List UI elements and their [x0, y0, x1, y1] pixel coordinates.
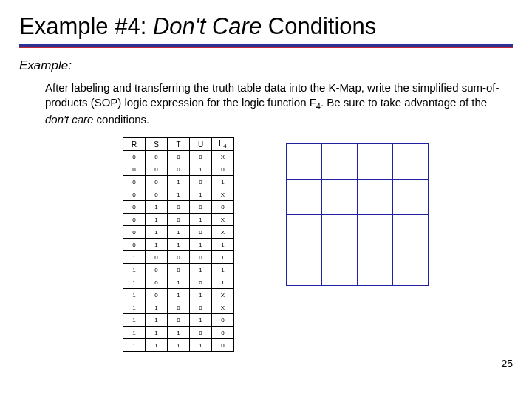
kmap-cell: [393, 144, 429, 180]
table-cell: 0: [190, 251, 212, 264]
table-cell: 0: [123, 176, 146, 188]
table-cell: 0: [190, 176, 212, 188]
table-cell: 1: [146, 339, 168, 352]
title-underline-red: [19, 47, 513, 48]
table-cell: 0: [168, 151, 190, 163]
table-cell: X: [212, 289, 234, 301]
table-cell: 1: [212, 276, 234, 289]
table-cell: 0: [168, 251, 190, 264]
table-row: 11010: [123, 314, 234, 327]
table-cell: 0: [190, 151, 212, 163]
table-cell: 1: [123, 289, 146, 301]
table-cell: 1: [146, 239, 168, 251]
table-row: 0000X: [123, 151, 234, 163]
kmap-cell: [393, 215, 429, 250]
table-row: 11100: [123, 327, 234, 339]
kmap-cell: [287, 215, 322, 250]
table-cell: 1: [146, 214, 168, 226]
kmap-wrapper: [286, 143, 429, 286]
table-cell: 1: [168, 176, 190, 188]
table-cell: 0: [212, 201, 234, 214]
table-cell: 0: [168, 214, 190, 226]
table-cell: 1: [190, 214, 212, 226]
table-cell: 1: [168, 188, 190, 201]
table-cell: 1: [146, 301, 168, 314]
table-cell: 0: [146, 163, 168, 176]
table-row: 10101: [123, 276, 234, 289]
table-row: 00101: [123, 176, 234, 188]
example-label: Example:: [19, 58, 513, 73]
table-cell: 1: [168, 226, 190, 239]
table-cell: 1: [212, 264, 234, 276]
table-cell: 0: [212, 314, 234, 327]
table-cell: 1: [146, 327, 168, 339]
table-cell: 0: [123, 239, 146, 251]
instr-line3: conditions.: [93, 113, 149, 126]
table-cell: 0: [212, 163, 234, 176]
table-cell: 1: [123, 264, 146, 276]
table-cell: 1: [190, 264, 212, 276]
table-cell: 0: [123, 226, 146, 239]
kmap-cell: [393, 250, 429, 286]
title-prefix: Example #4:: [19, 13, 153, 39]
table-cell: 0: [168, 163, 190, 176]
table-cell: 1: [146, 226, 168, 239]
table-cell: 0: [168, 201, 190, 214]
instr-italic: don't care: [45, 113, 93, 126]
table-row: 0110X: [123, 226, 234, 239]
col-header: S: [146, 138, 168, 151]
table-cell: 1: [190, 339, 212, 352]
table-cell: 0: [146, 264, 168, 276]
table-cell: 1: [123, 314, 146, 327]
table-cell: 1: [212, 251, 234, 264]
instr-line2: . Be sure to take advantage of the: [321, 96, 487, 109]
table-row: 01000: [123, 201, 234, 214]
table-cell: 1: [168, 276, 190, 289]
title-italic: Don't Care: [153, 13, 262, 39]
table-cell: 0: [146, 289, 168, 301]
page-title: Example #4: Don't Care Conditions: [19, 13, 513, 40]
kmap-cell: [393, 180, 429, 215]
table-row: 1011X: [123, 289, 234, 301]
kmap-body: [287, 144, 429, 286]
col-header: T: [168, 138, 190, 151]
content-row: R S T U F4 0000X00010001010011X010000101…: [123, 137, 513, 352]
kmap-cell: [322, 215, 358, 250]
table-cell: 1: [168, 239, 190, 251]
table-cell: 0: [123, 188, 146, 201]
table-row: 0101X: [123, 214, 234, 226]
table-row: 01111: [123, 239, 234, 251]
table-cell: 0: [146, 188, 168, 201]
table-cell: 0: [168, 264, 190, 276]
table-cell: 1: [123, 276, 146, 289]
table-cell: X: [212, 226, 234, 239]
table-cell: 1: [168, 327, 190, 339]
table-row: 10011: [123, 264, 234, 276]
title-suffix: Conditions: [262, 13, 376, 39]
table-row: 10001: [123, 251, 234, 264]
table-cell: 0: [212, 327, 234, 339]
table-cell: 0: [168, 301, 190, 314]
kmap-cell: [358, 144, 393, 180]
table-row: 1100X: [123, 301, 234, 314]
table-cell: 1: [212, 239, 234, 251]
table-cell: 1: [123, 301, 146, 314]
kmap-row: [287, 180, 429, 215]
kmap-cell: [358, 180, 393, 215]
table-cell: 0: [212, 339, 234, 352]
table-row: 11110: [123, 339, 234, 352]
table-cell: 0: [146, 251, 168, 264]
table-cell: X: [212, 151, 234, 163]
kmap-cell: [287, 144, 322, 180]
truth-table-body: 0000X00010001010011X010000101X0110X01111…: [123, 151, 234, 352]
instructions: After labeling and transferring the trut…: [45, 81, 505, 127]
table-cell: 1: [212, 176, 234, 188]
table-cell: 0: [146, 276, 168, 289]
table-cell: 0: [190, 226, 212, 239]
table-cell: 0: [123, 163, 146, 176]
table-cell: 0: [146, 176, 168, 188]
table-row: 0011X: [123, 188, 234, 201]
table-cell: 1: [190, 314, 212, 327]
table-cell: 0: [190, 327, 212, 339]
table-cell: 0: [146, 151, 168, 163]
